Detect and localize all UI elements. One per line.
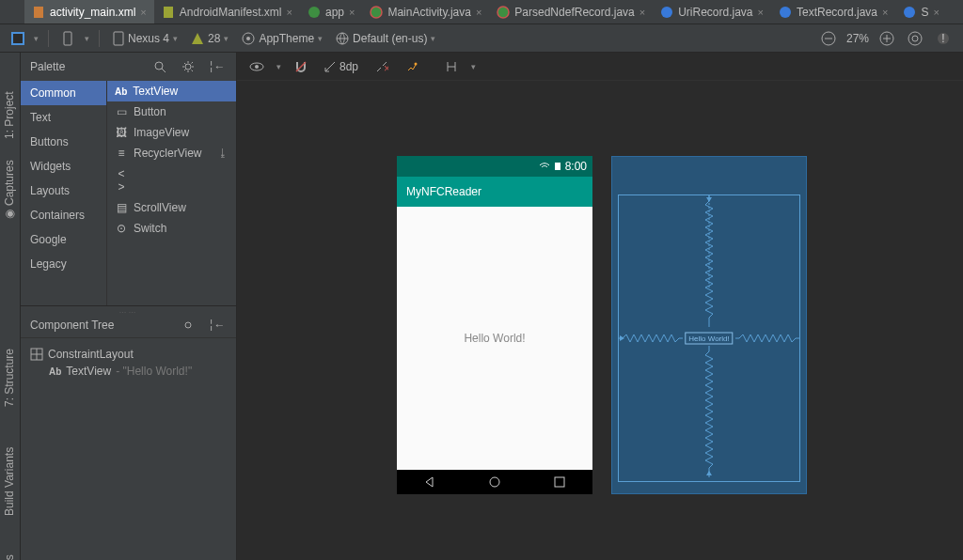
svg-point-7: [904, 7, 915, 18]
zoom-out-icon[interactable]: [818, 28, 839, 49]
svg-point-14: [246, 37, 250, 40]
device-selector[interactable]: Nexus 4▾: [109, 31, 182, 46]
app-title: MyNFCReader: [406, 185, 482, 198]
nav-home-icon: [488, 475, 501, 489]
svg-rect-11: [114, 32, 123, 45]
palette-header: Palette ╎←: [21, 53, 236, 81]
spring-top-icon: [704, 195, 714, 331]
svg-marker-44: [426, 477, 433, 487]
palette-title: Palette: [30, 60, 65, 73]
nav-back-icon: [423, 475, 436, 489]
svg-rect-9: [13, 34, 23, 43]
editor-tab[interactable]: app×: [300, 0, 362, 24]
editor-tab[interactable]: AndroidManifest.xml×: [154, 0, 300, 24]
palette-category[interactable]: Buttons: [21, 130, 106, 154]
zoom-fit-icon[interactable]: [905, 28, 925, 49]
spring-bottom-icon: [704, 346, 714, 481]
palette-category[interactable]: Widgets: [21, 154, 106, 179]
palette-category[interactable]: Legacy: [21, 252, 106, 276]
tool-window-tab[interactable]: ◉Captures: [3, 163, 16, 219]
editor-tab[interactable]: S×: [895, 0, 946, 24]
svg-point-21: [908, 32, 922, 45]
tree-collapse-icon[interactable]: ╎←: [206, 315, 227, 335]
svg-text:!: !: [941, 32, 944, 45]
svg-point-6: [780, 7, 791, 18]
palette-item[interactable]: AbTextView: [107, 81, 236, 101]
blueprint-view: Hello World!: [611, 156, 807, 494]
api-selector[interactable]: 28▾: [187, 32, 232, 45]
svg-point-39: [415, 62, 418, 65]
svg-point-3: [371, 7, 382, 18]
constraint-layout-icon: [30, 348, 43, 361]
palette-item[interactable]: ▭Button: [107, 101, 236, 122]
device-navbar: [397, 470, 592, 494]
editor-tab[interactable]: UriRecord.java×: [653, 0, 771, 24]
palette-search-icon[interactable]: [150, 56, 170, 77]
tree-settings-icon[interactable]: [178, 315, 198, 335]
palette-collapse-icon[interactable]: ╎←: [206, 56, 227, 77]
editor-tab[interactable]: ParsedNdefRecord.java×: [489, 0, 653, 24]
locale-selector[interactable]: Default (en-us)▾: [332, 32, 439, 45]
hello-text: Hello World!: [464, 332, 525, 345]
view-options-icon[interactable]: [246, 56, 267, 77]
design-device-frame: 8:00 MyNFCReader Hello World!: [397, 156, 592, 494]
component-tree: ConstraintLayout Ab TextView - "Hello Wo…: [21, 338, 236, 387]
designer-toolbar: ▾ ▾ Nexus 4▾ 28▾ AppTheme▾ Default (en-u…: [0, 24, 963, 53]
palette-category[interactable]: Text: [21, 105, 106, 130]
design-canvas[interactable]: ▾ 8dp × ▾ 8:00 MyNFCReader Hello World!: [237, 53, 963, 560]
infer-constraints-icon[interactable]: [402, 56, 422, 77]
canvas-toolbar: ▾ 8dp × ▾: [237, 53, 963, 81]
svg-marker-47: [706, 197, 712, 202]
blueprint-textview[interactable]: Hello World!: [685, 333, 733, 345]
palette-settings-icon[interactable]: [178, 56, 198, 77]
palette-item[interactable]: 🖼ImageView: [107, 122, 236, 143]
design-surface-icon[interactable]: [8, 28, 28, 49]
component-tree-header: Component Tree ╎←: [21, 312, 236, 338]
palette-item[interactable]: ⊙Switch: [107, 218, 236, 239]
svg-marker-48: [706, 471, 712, 475]
theme-selector[interactable]: AppTheme▾: [238, 32, 326, 45]
palette-category[interactable]: Containers: [21, 203, 106, 227]
device-statusbar: 8:00: [397, 156, 592, 177]
zoom-value: 27%: [846, 32, 869, 45]
svg-rect-1: [164, 7, 173, 18]
svg-line-26: [162, 69, 166, 72]
zoom-in-icon[interactable]: [876, 28, 897, 49]
tool-window-tab[interactable]: 7: Structure: [3, 350, 16, 407]
palette-categories: CommonTextButtonsWidgetsLayoutsContainer…: [21, 81, 107, 305]
palette-item[interactable]: ▤ScrollView: [107, 197, 236, 218]
svg-rect-43: [555, 163, 560, 170]
svg-point-27: [185, 64, 191, 70]
svg-marker-49: [620, 335, 624, 341]
svg-rect-46: [555, 477, 564, 487]
app-screen: Hello World!: [397, 207, 592, 470]
palette-item[interactable]: < >: [107, 163, 236, 197]
palette-category[interactable]: Common: [21, 81, 106, 105]
tree-child-node[interactable]: Ab TextView - "Hello World!": [30, 363, 227, 380]
battery-icon: [554, 162, 561, 171]
clear-constraints-icon[interactable]: ×: [371, 56, 392, 77]
editor-tab[interactable]: MainActivity.java×: [362, 0, 489, 24]
spring-left-icon: [619, 334, 683, 343]
svg-point-28: [185, 322, 191, 328]
svg-point-45: [490, 477, 499, 487]
tool-window-tab[interactable]: 1: Project: [3, 83, 16, 139]
warnings-icon[interactable]: !: [933, 28, 954, 49]
wifi-icon: [539, 162, 550, 171]
editor-tab[interactable]: activity_main.xml×: [24, 0, 154, 24]
orientation-icon[interactable]: [58, 28, 79, 49]
editor-tab[interactable]: TextRecord.java×: [771, 0, 895, 24]
palette-category[interactable]: Google: [21, 227, 106, 252]
palette-category[interactable]: Layouts: [21, 179, 106, 203]
tree-root-node[interactable]: ConstraintLayout: [30, 346, 227, 363]
pack-icon[interactable]: [441, 56, 462, 77]
svg-text:×: ×: [384, 62, 388, 73]
magnet-icon[interactable]: [291, 56, 311, 77]
palette-item[interactable]: ≡RecyclerView⭳: [107, 143, 236, 163]
svg-marker-12: [192, 33, 203, 44]
tool-window-tab[interactable]: Build Variants: [3, 463, 16, 520]
default-margin[interactable]: 8dp: [321, 60, 362, 73]
svg-point-2: [308, 7, 320, 18]
svg-point-4: [497, 7, 509, 18]
editor-tabs: activity_main.xml×AndroidManifest.xml×ap…: [0, 0, 963, 24]
